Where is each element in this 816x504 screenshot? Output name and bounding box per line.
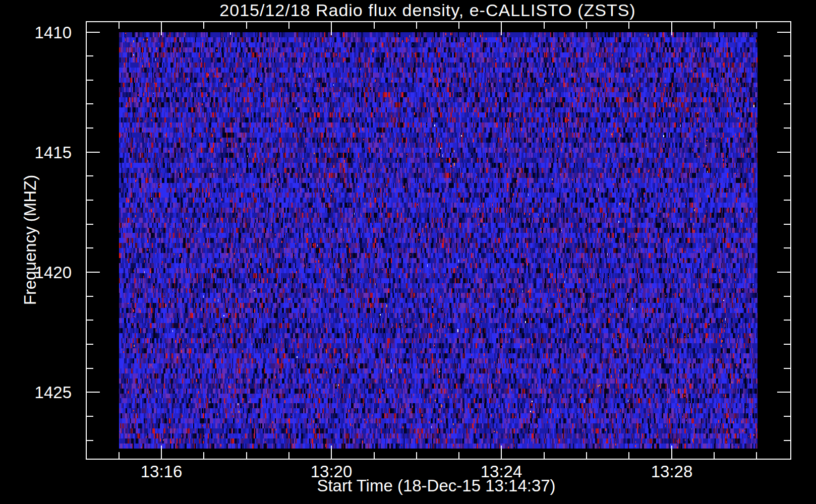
y-axis-tick [87,440,93,441]
y-axis-tick-right [784,247,790,248]
y-axis-tick-right [777,152,790,153]
y-axis-tick [87,80,93,81]
y-axis-tick [87,247,93,248]
x-axis-tick-top [331,22,332,35]
y-tick-label: 1410 [16,24,72,41]
y-axis-tick [87,32,100,33]
x-axis-tick-top [628,22,629,29]
y-axis-tick [87,320,93,321]
y-axis-tick-right [784,103,790,104]
x-axis-tick-top [246,22,247,29]
y-axis-tick [87,296,93,297]
x-axis-tick [458,452,459,459]
y-axis-tick-right [784,368,790,369]
y-axis-tick-right [784,80,790,81]
y-axis-tick [87,200,93,201]
x-axis-tick [119,452,120,459]
y-axis-tick-right [777,392,790,393]
y-axis-tick [87,103,93,104]
y-tick-label: 1425 [16,384,72,401]
x-axis-tick-top [756,22,757,29]
x-axis-tick [544,452,545,459]
y-axis-tick [87,152,100,153]
y-axis-tick-right [784,128,790,129]
x-axis-title: Start Time (18-Dec-15 13:14:37) [317,477,555,494]
y-axis-tick-right [784,320,790,321]
x-axis-tick [374,452,375,459]
x-axis-tick-top [714,22,715,29]
y-axis-tick [87,416,93,417]
x-axis-tick-top [288,22,289,29]
x-axis-tick-top [458,22,459,29]
y-axis-tick-right [784,296,790,297]
y-axis-tick [87,392,100,393]
x-axis-tick [331,446,332,459]
plot-frame [86,21,791,460]
x-axis-tick [246,452,247,459]
x-axis-tick-top [374,22,375,29]
y-axis-tick-right [784,224,790,225]
y-axis-tick [87,272,100,273]
y-axis-tick-right [784,200,790,201]
x-axis-tick [161,446,162,459]
x-tick-label: 13:16 [141,463,183,480]
y-axis-tick [87,368,93,369]
y-axis-title: Frequency (MHZ) [22,175,39,305]
x-axis-tick [628,452,629,459]
x-axis-tick-top [203,22,204,29]
y-axis-tick-right [777,272,790,273]
x-axis-tick-top [671,22,672,35]
x-tick-label: 13:28 [651,463,693,480]
x-axis-tick-top [161,22,162,35]
y-axis-tick [87,175,93,176]
x-axis-tick [288,452,289,459]
x-axis-tick [756,452,757,459]
x-axis-tick-top [586,22,587,29]
x-axis-tick [586,452,587,459]
y-axis-tick [87,128,93,129]
y-axis-tick-right [784,416,790,417]
y-tick-label: 1415 [16,144,72,161]
y-axis-tick-right [784,55,790,56]
x-axis-tick [416,452,417,459]
y-axis-tick-right [784,344,790,345]
y-tick-label: 1420 [16,264,72,281]
x-axis-tick-top [119,22,120,29]
spectrogram-page: 2015/12/18 Radio flux density, e-CALLIST… [0,0,816,504]
x-axis-tick [671,446,672,459]
x-axis-tick [501,446,502,459]
y-axis-tick [87,55,93,56]
x-axis-tick-top [544,22,545,29]
plot-title: 2015/12/18 Radio flux density, e-CALLIST… [219,1,635,19]
y-axis-tick [87,344,93,345]
y-axis-tick-right [784,440,790,441]
y-axis-tick [87,224,93,225]
y-axis-tick-right [777,32,790,33]
x-axis-tick [714,452,715,459]
y-axis-tick-right [784,175,790,176]
x-axis-tick-top [501,22,502,35]
x-axis-tick-top [416,22,417,29]
x-axis-tick [203,452,204,459]
